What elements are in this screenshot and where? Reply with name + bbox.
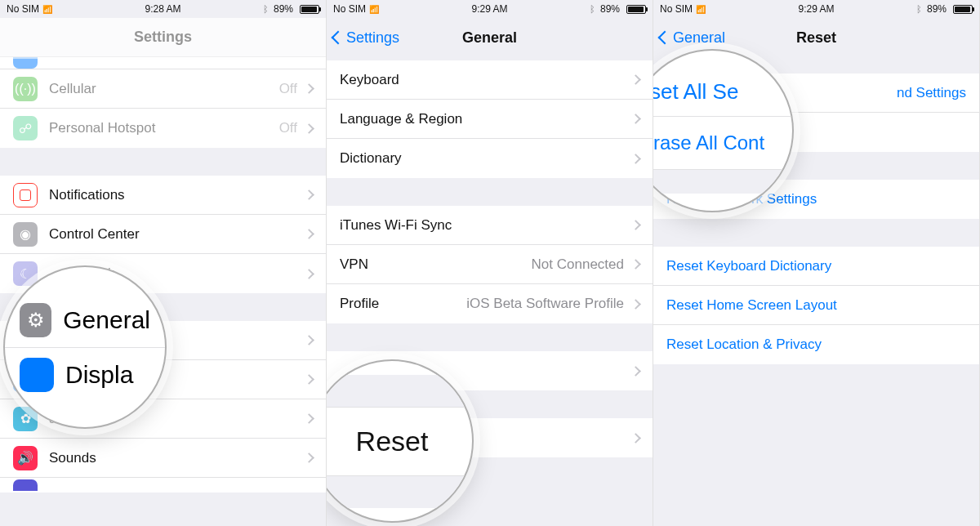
chevron-right-icon xyxy=(630,299,641,310)
row-language-region[interactable]: Language & Region xyxy=(327,100,653,139)
row-reset-home-layout[interactable]: Reset Home Screen Layout xyxy=(653,286,979,325)
app-icon xyxy=(13,57,38,69)
cellular-icon: ((·)) xyxy=(13,77,38,101)
hotspot-icon: ☍ xyxy=(13,116,38,140)
profile-value: iOS Beta Software Profile xyxy=(389,296,624,312)
reset-all-partial-label: nd Settings xyxy=(897,85,966,101)
chevron-right-icon xyxy=(630,366,641,377)
page-title: Settings xyxy=(0,29,326,46)
cellular-value: Off xyxy=(279,81,297,97)
screen-general: No SIM 9:29 AM 89% Settings General Keyb… xyxy=(327,0,653,526)
wifi-icon xyxy=(696,3,706,15)
row-control-center[interactable]: ◉ Control Center xyxy=(0,215,326,254)
status-time: 9:28 AM xyxy=(105,3,221,15)
wifi-icon xyxy=(42,3,52,15)
status-time: 9:29 AM xyxy=(431,3,548,15)
hotspot-label: Personal Hotspot xyxy=(49,120,279,136)
section-gap xyxy=(0,148,326,176)
row-sounds[interactable]: 🔊 Sounds xyxy=(0,439,326,478)
row-hotspot[interactable]: ☍ Personal Hotspot Off xyxy=(0,109,326,148)
mag-general-label: General xyxy=(63,306,150,334)
chevron-right-icon xyxy=(304,335,314,345)
row-cellular[interactable]: ((·)) Cellular Off xyxy=(0,69,326,109)
vpn-value: Not Connected xyxy=(532,256,624,273)
chevron-right-icon xyxy=(304,452,314,463)
screen-settings: No SIM 9:28 AM 89% Settings ((·)) Cellul… xyxy=(0,0,327,526)
notifications-icon xyxy=(13,183,38,207)
carrier-label: No SIM xyxy=(7,3,39,15)
status-bar: No SIM 9:28 AM 89% xyxy=(0,0,326,18)
row-keyboard[interactable]: Keyboard xyxy=(327,60,653,100)
chevron-right-icon xyxy=(304,374,314,385)
reset-keyboard-label: Reset Keyboard Dictionary xyxy=(666,258,966,274)
sounds-icon: 🔊 xyxy=(13,446,38,470)
group-top-partial xyxy=(0,57,326,69)
mag-erase-label: Erase All Cont xyxy=(653,117,792,169)
mag-reset-all-label: set All Se xyxy=(653,68,792,117)
battery-icon xyxy=(296,5,319,14)
section-gap xyxy=(327,323,653,351)
nav-bar: Settings General xyxy=(327,18,653,57)
reset-location-label: Reset Location & Privacy xyxy=(666,337,966,353)
row-unknown-bottom[interactable] xyxy=(0,478,326,493)
brightness-icon xyxy=(20,358,54,392)
screen-reset: No SIM 9:29 AM 89% General Reset nd Sett… xyxy=(653,0,980,526)
battery-label: 89% xyxy=(600,3,620,15)
sounds-label: Sounds xyxy=(49,450,305,466)
gear-icon: ⚙ xyxy=(20,303,51,337)
row-notifications[interactable]: Notifications xyxy=(0,176,326,215)
control-center-icon: ◉ xyxy=(13,222,38,247)
chevron-right-icon xyxy=(304,123,314,134)
control-center-label: Control Center xyxy=(49,226,305,243)
hotspot-value: Off xyxy=(279,120,297,136)
section-gap xyxy=(327,178,653,206)
bluetooth-icon xyxy=(263,3,270,15)
notifications-label: Notifications xyxy=(49,187,305,203)
status-bar: No SIM 9:29 AM 89% xyxy=(327,0,653,18)
magnifier-general: ⚙ General Displa xyxy=(3,265,167,429)
row-vpn[interactable]: VPN Not Connected xyxy=(327,245,653,284)
nav-bar: Settings xyxy=(0,18,326,57)
battery-icon xyxy=(623,5,646,14)
chevron-right-icon xyxy=(304,189,314,200)
row-itunes-wifi-sync[interactable]: iTunes Wi-Fi Sync xyxy=(327,206,653,245)
wifi-sync-label: iTunes Wi-Fi Sync xyxy=(340,217,632,234)
mag-reset-label: Reset xyxy=(327,408,472,475)
chevron-right-icon xyxy=(304,83,314,94)
status-time: 9:29 AM xyxy=(758,3,875,15)
row-reset-keyboard-dict[interactable]: Reset Keyboard Dictionary xyxy=(653,247,979,286)
battery-label: 89% xyxy=(274,3,293,15)
chevron-right-icon xyxy=(304,413,314,424)
page-title: Reset xyxy=(653,29,979,47)
page-title: General xyxy=(327,29,653,47)
wifi-icon xyxy=(369,3,379,15)
bluetooth-icon xyxy=(590,3,597,15)
chevron-right-icon xyxy=(304,269,314,279)
chevron-right-icon xyxy=(304,229,314,239)
chevron-right-icon xyxy=(630,74,641,85)
chevron-right-icon xyxy=(630,114,641,124)
row-unknown-top[interactable] xyxy=(0,57,326,69)
reset-home-label: Reset Home Screen Layout xyxy=(666,297,966,314)
profile-label: Profile xyxy=(340,296,379,312)
mag-display-label: Displa xyxy=(65,361,133,389)
battery-icon xyxy=(950,5,973,14)
status-bar: No SIM 9:29 AM 89% xyxy=(653,0,979,18)
battery-label: 89% xyxy=(927,3,947,15)
row-profile[interactable]: Profile iOS Beta Software Profile xyxy=(327,284,653,323)
row-reset-location-privacy[interactable]: Reset Location & Privacy xyxy=(653,325,979,364)
chevron-right-icon xyxy=(630,220,641,230)
bluetooth-icon xyxy=(916,3,924,15)
chevron-right-icon xyxy=(630,259,641,270)
cellular-label: Cellular xyxy=(49,81,279,97)
chevron-right-icon xyxy=(630,433,641,444)
lang-label: Language & Region xyxy=(340,111,632,127)
carrier-label: No SIM xyxy=(660,3,693,15)
carrier-label: No SIM xyxy=(333,3,366,15)
section-gap xyxy=(653,219,979,247)
keyboard-label: Keyboard xyxy=(340,72,632,88)
dict-label: Dictionary xyxy=(340,150,632,167)
row-dictionary[interactable]: Dictionary xyxy=(327,139,653,178)
vpn-label: VPN xyxy=(340,256,532,273)
chevron-right-icon xyxy=(630,154,641,164)
